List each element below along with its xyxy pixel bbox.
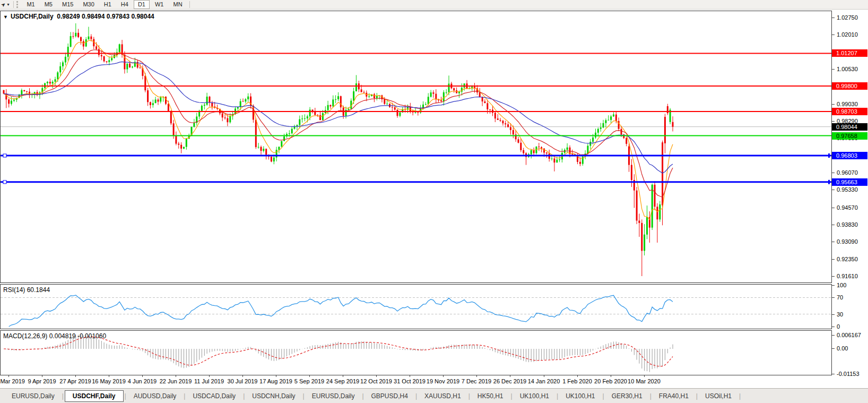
- rsi-tick-mark: [832, 297, 835, 298]
- macd-tick-mark: [832, 335, 835, 336]
- date-tick-mark: [276, 375, 276, 377]
- date-label: 7 Dec 2019: [462, 378, 491, 384]
- date-tick-mark: [242, 375, 243, 377]
- current-price-tag: 0.98044: [832, 123, 867, 131]
- price-tick-label: 1.02010: [837, 31, 858, 38]
- timeframe-button-m15[interactable]: M15: [58, 0, 77, 9]
- price-tick-mark: [832, 242, 835, 242]
- cursor-tool-icon[interactable]: ➤: [0, 1, 7, 8]
- timeframe-buttons: M1M5M15M30H1H4D1W1MN: [22, 0, 187, 9]
- price-level-tag: 0.96803: [832, 152, 867, 159]
- chart-tab-ger30-h1[interactable]: GER30,H1: [605, 390, 649, 402]
- price-tick-mark: [832, 35, 835, 35]
- line-drag-handle[interactable]: [3, 181, 6, 184]
- tab-separator: |: [302, 392, 306, 400]
- macd-indicator-panel[interactable]: MACD(12,26,9) 0.004819 -0.001060: [0, 330, 832, 375]
- date-label: 12 Oct 2019: [360, 378, 392, 384]
- price-chart-canvas[interactable]: [1, 11, 831, 282]
- toolbar-separator: [13, 1, 14, 8]
- price-tick-mark: [832, 259, 835, 260]
- rsi-canvas[interactable]: [1, 285, 831, 329]
- chart-tab-eurusd-daily[interactable]: EURUSD,Daily: [306, 390, 361, 402]
- rsi-tick-mark: [832, 314, 835, 315]
- price-tick-mark: [832, 69, 835, 70]
- chart-tab-audusd-daily[interactable]: AUDUSD,Daily: [127, 390, 183, 402]
- price-chart-panel[interactable]: ▼USDCHF,Daily 0.98249 0.98494 0.97843 0.…: [0, 11, 832, 283]
- chart-tab-xauusd-h1[interactable]: XAUUSD,H1: [418, 390, 467, 402]
- timeframe-button-h4[interactable]: H4: [117, 0, 133, 9]
- chart-tab-bar: EURUSD,Daily|USDCHF,Daily|AUDUSD,Daily|U…: [0, 388, 868, 403]
- toolbar-separator: [189, 1, 190, 8]
- date-label: 5 Sep 2019: [294, 378, 324, 384]
- chart-tab-usdchf-daily[interactable]: USDCHF,Daily: [65, 390, 124, 402]
- dropdown-arrow-icon[interactable]: ▾: [7, 2, 9, 7]
- date-tick-mark: [209, 375, 210, 377]
- date-tick-mark: [75, 375, 76, 377]
- timeframe-toolbar: ➤ ▾ M1M5M15M30H1H4D1W1MN: [0, 0, 868, 10]
- tab-separator: |: [61, 392, 65, 400]
- date-tick-mark: [343, 375, 343, 377]
- chart-tab-eurusd-daily[interactable]: EURUSD,Daily: [5, 390, 61, 402]
- rsi-label: RSI(14) 60.1844: [3, 286, 50, 294]
- medium-ma-line: [4, 50, 673, 198]
- date-label: 1 Feb 2020: [562, 378, 592, 384]
- date-tick-mark: [176, 375, 176, 377]
- date-label: 19 Nov 2019: [427, 378, 459, 384]
- timeframe-button-h1[interactable]: H1: [100, 0, 116, 9]
- price-tick-label: 1.02750: [837, 14, 858, 21]
- line-drag-handle[interactable]: [3, 154, 6, 157]
- date-label: 24 Sep 2019: [326, 378, 359, 384]
- chart-tab-fra40-h1[interactable]: FRA40,H1: [653, 390, 695, 402]
- rsi-tick-mark: [832, 327, 835, 327]
- chart-title: ▼USDCHF,Daily 0.98249 0.98494 0.97843 0.…: [3, 13, 154, 20]
- timeframe-button-m30[interactable]: M30: [79, 0, 98, 9]
- price-tick-label: 0.91610: [837, 273, 858, 279]
- tab-separator: |: [242, 392, 246, 400]
- date-label: 16 May 2019: [92, 378, 126, 384]
- timeframe-button-d1[interactable]: D1: [134, 0, 150, 9]
- macd-canvas[interactable]: [1, 331, 831, 375]
- date-label: 11 Jul 2019: [194, 378, 224, 384]
- price-tick-label: 1.00530: [837, 66, 858, 72]
- chart-ohlc-values: 0.98249 0.98494 0.97843 0.98044: [57, 13, 154, 20]
- price-tick-label: 0.93830: [837, 221, 858, 228]
- chart-tab-hk50-h1[interactable]: HK50,H1: [471, 390, 510, 402]
- price-tick-mark: [832, 208, 835, 208]
- date-tick-mark: [510, 375, 510, 377]
- slow-ma-line: [4, 62, 673, 173]
- toolbar-grip-handle[interactable]: [16, 1, 20, 8]
- macd-tick-mark: [832, 374, 835, 374]
- price-axis: 1.027501.020101.005300.990300.982900.975…: [832, 10, 868, 388]
- chart-symbol-period: USDCHF,Daily: [11, 13, 54, 20]
- tab-separator: |: [467, 392, 471, 400]
- tab-separator: |: [649, 392, 653, 400]
- timeframe-button-w1[interactable]: W1: [151, 0, 168, 9]
- price-tick-label: 0.93090: [837, 238, 858, 245]
- chart-tab-usdcnh-daily[interactable]: USDCNH,Daily: [246, 390, 301, 402]
- rsi-indicator-panel[interactable]: RSI(14) 60.1844: [0, 284, 832, 329]
- chart-tab-uk100-h1[interactable]: UK100,H1: [559, 390, 601, 402]
- chart-collapse-icon[interactable]: ▼: [3, 14, 8, 20]
- price-tick-label: 0.92350: [837, 256, 858, 262]
- date-tick-mark: [410, 375, 410, 377]
- date-tick-mark: [42, 375, 42, 377]
- tab-separator: |: [183, 392, 186, 400]
- chart-tab-uk100-h1[interactable]: UK100,H1: [514, 390, 555, 402]
- line-end-cap: [828, 180, 830, 184]
- tab-separator: |: [555, 392, 559, 400]
- price-level-tag: 0.95663: [832, 178, 867, 186]
- price-tick-label: 0.95330: [837, 186, 858, 193]
- timeframe-button-m1[interactable]: M1: [22, 0, 39, 9]
- chart-tab-gbpusd-h4[interactable]: GBPUSD,H4: [365, 390, 414, 402]
- tab-separator: |: [510, 392, 514, 400]
- date-label: 20 Feb 2020: [594, 378, 627, 384]
- timeframe-button-m5[interactable]: M5: [40, 0, 57, 9]
- tab-separator: |: [695, 392, 699, 400]
- price-level-tag: 0.99800: [832, 82, 867, 90]
- date-label: 9 Apr 2019: [28, 378, 56, 384]
- chart-tab-usoil-h1[interactable]: USOil,H1: [699, 390, 738, 402]
- chart-tab-usdcad-daily[interactable]: USDCAD,Daily: [186, 390, 242, 402]
- rsi-tick-label: 30: [837, 311, 843, 318]
- date-label: 31 Oct 2019: [394, 378, 426, 384]
- timeframe-button-mn[interactable]: MN: [169, 0, 186, 9]
